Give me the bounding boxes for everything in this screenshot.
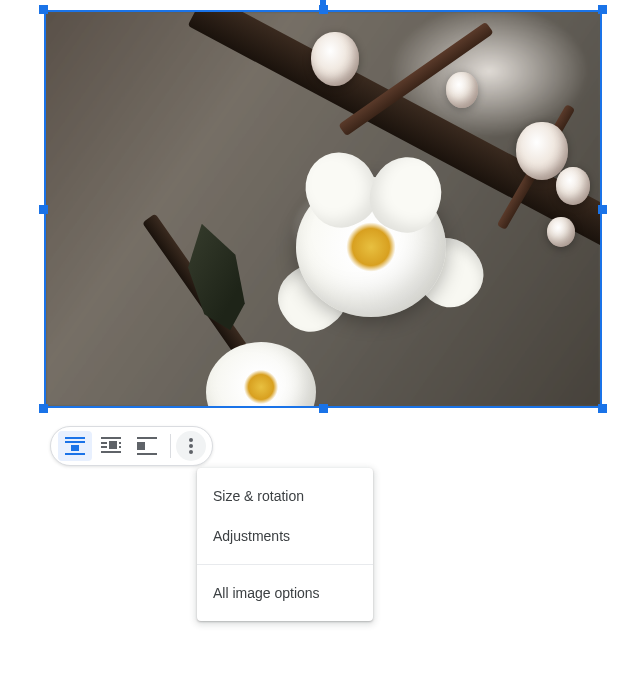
image-content: [311, 32, 359, 86]
resize-handle-bottom-left[interactable]: [39, 404, 48, 413]
more-options-menu: Size & rotation Adjustments All image op…: [197, 468, 373, 621]
resize-handle-top-left[interactable]: [39, 5, 48, 14]
image-content: [296, 177, 446, 317]
svg-rect-3: [65, 453, 85, 455]
svg-rect-4: [101, 437, 121, 439]
resize-handle-top-right[interactable]: [598, 5, 607, 14]
svg-rect-5: [101, 442, 107, 444]
resize-handle-middle-left[interactable]: [39, 205, 48, 214]
svg-rect-7: [109, 441, 117, 449]
svg-rect-2: [71, 445, 79, 451]
svg-rect-12: [137, 442, 145, 450]
resize-handle-top-middle[interactable]: [319, 5, 328, 14]
wrap-inline-button[interactable]: [58, 431, 92, 461]
menu-item-adjustments[interactable]: Adjustments: [197, 516, 373, 556]
menu-item-size-rotation[interactable]: Size & rotation: [197, 476, 373, 516]
resize-handle-middle-right[interactable]: [598, 205, 607, 214]
menu-separator: [197, 564, 373, 565]
resize-handle-bottom-right[interactable]: [598, 404, 607, 413]
svg-rect-10: [101, 451, 121, 453]
wrap-text-icon: [101, 437, 121, 455]
svg-rect-13: [137, 453, 157, 455]
wrap-text-button[interactable]: [94, 431, 128, 461]
svg-rect-6: [101, 446, 107, 448]
image-content: [556, 167, 590, 205]
selected-image[interactable]: [44, 10, 602, 408]
resize-handle-bottom-middle[interactable]: [319, 404, 328, 413]
more-options-button[interactable]: [176, 431, 206, 461]
svg-rect-8: [119, 442, 121, 444]
svg-rect-9: [119, 446, 121, 448]
svg-point-15: [189, 444, 193, 448]
svg-rect-0: [65, 437, 85, 439]
wrap-break-icon: [137, 437, 157, 455]
menu-item-all-options[interactable]: All image options: [197, 573, 373, 613]
image-content: [446, 72, 478, 108]
svg-point-16: [189, 450, 193, 454]
image-content: [547, 217, 575, 247]
selected-image-container[interactable]: [44, 10, 602, 408]
wrap-break-button[interactable]: [130, 431, 164, 461]
svg-rect-11: [137, 437, 157, 439]
toolbar-separator: [170, 434, 171, 458]
image-toolbar: [50, 426, 213, 466]
svg-rect-1: [65, 441, 85, 443]
wrap-inline-icon: [65, 437, 85, 455]
svg-point-14: [189, 438, 193, 442]
more-vertical-icon: [189, 438, 193, 454]
